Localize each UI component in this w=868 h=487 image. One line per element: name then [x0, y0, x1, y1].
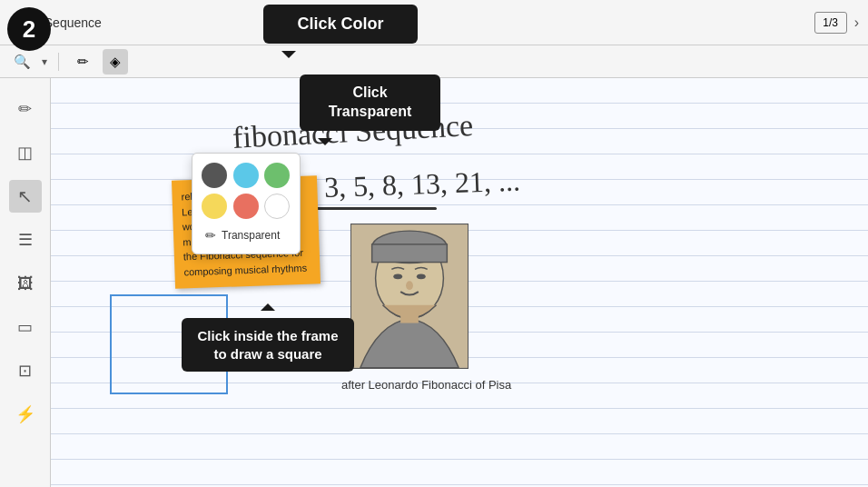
- zoom-level: ▾: [42, 55, 47, 68]
- transparent-icon: ✏: [205, 228, 216, 243]
- color-swatch-dark-gray[interactable]: [202, 163, 227, 188]
- list-tool-icon: ☰: [18, 230, 33, 250]
- color-grid: [202, 163, 291, 219]
- tooltip-transparent-text: Click Transparent: [329, 84, 412, 119]
- color-swatch-yellow[interactable]: [202, 194, 227, 219]
- zoom-icon: 🔍: [14, 54, 31, 70]
- svg-point-4: [393, 273, 402, 279]
- pencil-icon: ✏: [77, 54, 89, 70]
- portrait-caption: after Leonardo Fibonacci of Pisa: [341, 378, 511, 392]
- transparent-option[interactable]: ✏ Transparent: [202, 226, 291, 244]
- fibonacci-portrait: [350, 224, 469, 369]
- lightning-tool-icon: ⚡: [15, 404, 35, 424]
- frame-tool-icon: ⊡: [18, 361, 32, 381]
- eraser-button[interactable]: ◈: [103, 49, 128, 75]
- sidebar-tool-frame[interactable]: ⊡: [9, 354, 42, 387]
- svg-rect-7: [400, 310, 419, 323]
- color-swatch-coral[interactable]: [233, 194, 259, 219]
- sidebar-tool-eraser[interactable]: ◫: [9, 136, 42, 169]
- color-swatch-white[interactable]: [264, 194, 290, 219]
- color-swatch-green[interactable]: [264, 163, 290, 188]
- pencil-tool-icon: ✏: [18, 99, 32, 119]
- svg-point-5: [417, 273, 426, 279]
- next-page-button[interactable]: ›: [854, 15, 859, 31]
- image-tool-icon: 🖼: [17, 274, 34, 293]
- zoom-button[interactable]: 🔍: [9, 49, 35, 75]
- rect-tool-icon: ▭: [17, 317, 33, 337]
- svg-rect-3: [372, 244, 448, 263]
- canvas-area[interactable]: fibonacci Sequence 1, 1, 2, 3, 5, 8, 13,…: [51, 78, 868, 487]
- svg-point-6: [406, 281, 413, 290]
- left-sidebar: ✏ ◫ ↖ ☰ 🖼 ▭ ⊡ ⚡: [0, 78, 51, 487]
- tooltip-click-transparent: Click Transparent: [300, 75, 440, 131]
- toolbar-row: 🔍 ▾ ✏ ◈: [0, 45, 868, 78]
- sidebar-tool-lightning[interactable]: ⚡: [9, 398, 42, 431]
- eraser-icon: ◈: [110, 54, 121, 70]
- sidebar-tool-image[interactable]: 🖼: [9, 267, 42, 300]
- sidebar-tool-list[interactable]: ☰: [9, 224, 42, 256]
- cursor-tool-icon: ↖: [17, 185, 33, 207]
- page-indicator: 1/3: [814, 12, 847, 34]
- sidebar-tool-rect[interactable]: ▭: [9, 311, 42, 343]
- sidebar-tool-pencil[interactable]: ✏: [9, 93, 42, 125]
- tooltip-click-color: Click Color: [263, 5, 418, 44]
- color-picker-popup: ✏ Transparent: [192, 153, 301, 254]
- top-bar: acci Sequence 1/3 ›: [0, 0, 868, 45]
- sidebar-tool-cursor[interactable]: ↖: [9, 180, 42, 213]
- step-number: 2: [7, 7, 51, 51]
- tooltip-draw-square: Click inside the frame to draw a square: [182, 318, 354, 372]
- nav-controls: 1/3 ›: [814, 12, 859, 34]
- pencil-button[interactable]: ✏: [70, 49, 95, 75]
- transparent-label: Transparent: [222, 229, 280, 242]
- color-swatch-cyan[interactable]: [233, 163, 259, 188]
- eraser-tool-icon: ◫: [17, 143, 33, 163]
